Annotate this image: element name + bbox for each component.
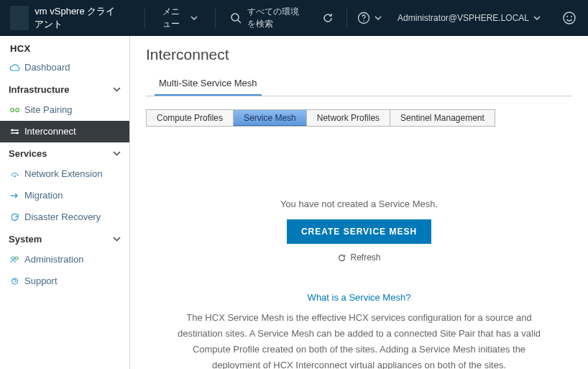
svg-point-8: [15, 109, 19, 112]
info-block: What is a Service Mesh? The HCX Service …: [146, 290, 572, 369]
sidebar-item-label: Interconnect: [24, 125, 76, 138]
svg-point-7: [10, 109, 14, 112]
sidebar-item-disaster-recovery[interactable]: Disaster Recovery: [0, 206, 129, 228]
divider: [144, 7, 145, 29]
tab-network-profiles[interactable]: Network Profiles: [307, 109, 390, 127]
sidebar-section-services[interactable]: Services: [0, 142, 129, 163]
sidebar-item-site-pairing[interactable]: Site Pairing: [0, 99, 129, 121]
chevron-down-icon: [190, 16, 198, 20]
chevron-down-icon: [113, 237, 121, 242]
site-pairing-icon: [9, 104, 20, 116]
sub-tabs: Multi-Site Service Mesh: [146, 78, 572, 96]
cloud-icon: [9, 62, 20, 73]
create-service-mesh-button[interactable]: CREATE SERVICE MESH: [287, 219, 431, 244]
section-title: System: [9, 234, 42, 245]
divider: [215, 7, 216, 29]
svg-point-9: [11, 129, 13, 132]
svg-point-0: [231, 14, 239, 21]
app-title: vm vSphere クライアント: [35, 5, 140, 31]
smiley-icon: [562, 11, 576, 25]
sidebar-item-network-extension[interactable]: Network Extension: [0, 163, 129, 185]
network-extension-icon: [9, 168, 20, 180]
svg-point-6: [571, 16, 572, 17]
sidebar: HCX Dashboard Infrastructure Site Pairin…: [0, 36, 130, 369]
global-search[interactable]: すべての環境を検索: [220, 6, 313, 30]
section-title: Infrastructure: [9, 84, 70, 95]
user-dropdown[interactable]: Administrator@VSPHERE.LOCAL: [387, 13, 551, 23]
empty-state: You have not created a Service Mesh. CRE…: [146, 199, 572, 369]
chevron-down-icon: [533, 16, 541, 20]
segmented-tabs: Compute Profiles Service Mesh Network Pr…: [146, 109, 572, 127]
svg-point-12: [12, 257, 14, 260]
tab-service-mesh[interactable]: Service Mesh: [234, 109, 307, 127]
svg-point-11: [14, 176, 16, 178]
sidebar-item-label: Network Extension: [24, 168, 102, 181]
interconnect-icon: [9, 126, 20, 137]
info-body-text: The HCX Service Mesh is the effective HC…: [175, 310, 543, 369]
section-title: Services: [9, 148, 47, 159]
sidebar-item-label: Disaster Recovery: [24, 211, 101, 224]
feedback-button[interactable]: [551, 11, 588, 25]
svg-point-10: [16, 132, 18, 135]
top-bar: vm vSphere クライアント メニュー すべての環境を検索 Adminis…: [0, 0, 588, 36]
help-icon: [357, 12, 370, 24]
sidebar-app-name: HCX: [0, 36, 129, 57]
content-area: Interconnect Multi-Site Service Mesh Com…: [130, 36, 588, 369]
svg-point-4: [564, 12, 575, 24]
menu-label: メニュー: [162, 6, 187, 30]
help-dropdown[interactable]: [352, 12, 387, 24]
sidebar-item-label: Dashboard: [24, 61, 70, 74]
disaster-recovery-icon: [9, 211, 20, 223]
empty-state-message: You have not created a Service Mesh.: [146, 199, 572, 209]
app-logo: [10, 6, 29, 30]
sidebar-item-label: Site Pairing: [24, 104, 72, 117]
chevron-down-icon: [375, 16, 382, 20]
migration-icon: [9, 190, 20, 201]
user-label: Administrator@VSPHERE.LOCAL: [398, 13, 529, 23]
sidebar-item-interconnect[interactable]: Interconnect: [0, 121, 129, 142]
sidebar-section-system[interactable]: System: [0, 228, 129, 249]
refresh-icon: [322, 12, 334, 24]
sidebar-item-administration[interactable]: Administration: [0, 249, 129, 270]
refresh-icon: [337, 253, 350, 263]
tab-compute-profiles[interactable]: Compute Profiles: [146, 109, 234, 127]
sidebar-item-support[interactable]: Support: [0, 270, 129, 292]
search-placeholder: すべての環境を検索: [247, 6, 303, 30]
sidebar-item-migration[interactable]: Migration: [0, 185, 129, 206]
svg-point-3: [363, 20, 364, 22]
sidebar-item-label: Support: [24, 275, 58, 288]
sidebar-item-label: Administration: [24, 253, 83, 266]
chevron-down-icon: [113, 87, 121, 92]
users-icon: [9, 254, 20, 265]
menu-dropdown[interactable]: メニュー: [150, 6, 211, 30]
svg-line-1: [238, 20, 241, 23]
support-icon: [9, 275, 20, 287]
sub-tab-multi-site-service-mesh[interactable]: Multi-Site Service Mesh: [155, 78, 262, 96]
search-icon: [230, 12, 242, 24]
sidebar-item-dashboard[interactable]: Dashboard: [0, 57, 129, 78]
sidebar-section-infrastructure[interactable]: Infrastructure: [0, 78, 129, 99]
page-title: Interconnect: [146, 46, 572, 63]
svg-point-13: [15, 257, 18, 260]
svg-point-5: [566, 16, 568, 17]
refresh-label: Refresh: [350, 252, 380, 263]
tab-sentinel-management[interactable]: Sentinel Management: [390, 109, 495, 127]
refresh-link[interactable]: Refresh: [146, 252, 572, 263]
refresh-button[interactable]: [313, 12, 342, 24]
sidebar-item-label: Migration: [24, 189, 63, 202]
divider: [346, 7, 347, 29]
chevron-down-icon: [113, 151, 121, 156]
info-heading-link[interactable]: What is a Service Mesh?: [308, 290, 411, 306]
